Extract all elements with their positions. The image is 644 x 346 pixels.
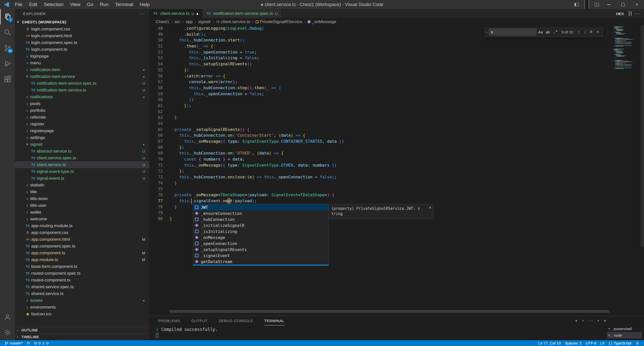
- editor-tab[interactable]: TSclient.service.tsU●: [149, 9, 202, 18]
- menu-selection[interactable]: Selection: [41, 0, 67, 9]
- suggest-item[interactable]: JWT: [193, 204, 329, 210]
- line-number[interactable]: 76: [149, 192, 170, 198]
- explorer-item[interactable]: TSsignal-event-type.tsU: [15, 168, 149, 175]
- panel-tab-terminal[interactable]: TERMINAL: [264, 316, 284, 325]
- account-icon[interactable]: [0, 309, 15, 325]
- explorer-more-actions-icon[interactable]: ···: [139, 11, 145, 16]
- code-line[interactable]: 76 private _onMessage<TDataShape>(payloa…: [149, 192, 614, 198]
- code-line[interactable]: 62: [149, 109, 614, 115]
- code-line[interactable]: 63 }: [149, 115, 614, 121]
- menu-run[interactable]: Run: [97, 0, 112, 9]
- explorer-item[interactable]: TSapp.module.tsM: [15, 256, 149, 263]
- line-number[interactable]: 67: [149, 138, 170, 144]
- line-number[interactable]: 68: [149, 144, 170, 151]
- suggest-item[interactable]: _isInitializing: [193, 228, 329, 234]
- menu-view[interactable]: View: [67, 0, 84, 9]
- panel-tab-debug-console[interactable]: DEBUG CONSOLE: [219, 316, 253, 325]
- match-case-toggle[interactable]: Aa: [537, 30, 544, 34]
- line-number[interactable]: 55: [149, 67, 170, 73]
- language-mode-indicator[interactable]: { }TypeScript: [607, 340, 633, 346]
- run-debug-icon[interactable]: [0, 56, 15, 71]
- customize-layout-icon[interactable]: [592, 0, 602, 9]
- code-line[interactable]: 53 this._isInitializing = false;: [149, 55, 614, 61]
- explorer-item[interactable]: TSrouted-component.spec.ts: [15, 270, 149, 277]
- line-number[interactable]: 51: [149, 43, 170, 49]
- explorer-item[interactable]: TSshared.service.spec.ts: [15, 283, 149, 290]
- problems-indicator[interactable]: ⊘0 ⚠0: [32, 340, 51, 346]
- explorer-folder[interactable]: ˅signalr●: [15, 141, 149, 148]
- find-input[interactable]: x: [489, 28, 537, 36]
- explorer-item[interactable]: TSapp.component.spec.ts: [15, 243, 149, 250]
- code-line[interactable]: 50 this._hubConnection.start(): [149, 37, 614, 43]
- sync-button[interactable]: ↻: [25, 340, 32, 346]
- split-editor-icon[interactable]: [629, 11, 629, 16]
- explorer-view-icon[interactable]: 1: [0, 9, 15, 25]
- explorer-item[interactable]: TSnotification-item-service.spec.tsU: [15, 80, 149, 87]
- line-number[interactable]: 52: [149, 49, 170, 55]
- line-number[interactable]: 57: [149, 79, 170, 85]
- code-line[interactable]: 72 }): [149, 168, 614, 174]
- timeline-section-header[interactable]: › TIMELINE: [15, 333, 149, 340]
- horizontal-scrollbar[interactable]: [170, 310, 609, 313]
- explorer-folder[interactable]: ›portfolio: [15, 107, 149, 114]
- explorer-folder[interactable]: ›registerpage: [15, 127, 149, 134]
- code-line[interactable]: 52 this._openConnection = true;: [149, 49, 614, 55]
- breadcrumb-item[interactable]: signalr: [198, 19, 211, 24]
- encoding-indicator[interactable]: UTF-8: [584, 340, 598, 346]
- explorer-folder[interactable]: ›menu: [15, 60, 149, 66]
- explorer-item[interactable]: TSnotification-item-service.tsU: [15, 87, 149, 93]
- suggest-item[interactable]: _setupSignalREvents: [193, 246, 329, 253]
- explorer-item[interactable]: <>app.component.htmlM: [15, 236, 149, 243]
- search-icon[interactable]: [0, 25, 15, 40]
- code-line[interactable]: 67 this._onMessage({ type: SignalEventTy…: [149, 138, 614, 144]
- code-line[interactable]: 58 this._hubConnection.stop().then(_ => …: [149, 85, 614, 91]
- explorer-folder[interactable]: ›title: [15, 188, 149, 195]
- breadcrumb-item[interactable]: app: [186, 19, 193, 24]
- toggle-panel-icon[interactable]: [582, 0, 592, 9]
- menu-edit[interactable]: Edit: [26, 0, 41, 9]
- explorer-folder[interactable]: ›loginpage: [15, 53, 149, 60]
- explorer-folder[interactable]: ›title-user: [15, 202, 149, 209]
- code-line[interactable]: 54 this._setupSignalREvents(): [149, 61, 614, 67]
- explorer-folder[interactable]: ›settings: [15, 134, 149, 141]
- regex-toggle[interactable]: .*: [551, 30, 559, 34]
- code-line[interactable]: 73 this._hubConnection.onclose((e) => th…: [149, 174, 614, 180]
- explorer-item[interactable]: TSapp.component.tsM: [15, 250, 149, 256]
- line-number[interactable]: 53: [149, 55, 170, 61]
- workspace-section-header[interactable]: ˅ CHEST1 (WORKSPACE): [15, 18, 149, 26]
- code-line[interactable]: 75: [149, 186, 614, 192]
- hex-editor-button[interactable]: HEX: [616, 12, 624, 16]
- minimap[interactable]: [614, 26, 640, 71]
- code-line[interactable]: 69 this._hubConnection.on('OTHER', (data…: [149, 150, 614, 156]
- terminal-dropdown-icon[interactable]: ˅: [582, 319, 584, 323]
- line-number[interactable]: 64: [149, 121, 170, 127]
- code-line[interactable]: 64: [149, 121, 614, 127]
- explorer-item[interactable]: TSabstract-service.tsU: [15, 148, 149, 155]
- vertical-scrollbar[interactable]: [641, 25, 644, 246]
- line-number[interactable]: 73: [149, 174, 170, 180]
- line-number[interactable]: 69: [149, 150, 170, 156]
- breadcrumb-item[interactable]: Chest1: [156, 19, 169, 24]
- explorer-item[interactable]: TSapp-routing.module.ts: [15, 222, 149, 229]
- outline-section-header[interactable]: › OUTLINE: [15, 327, 149, 333]
- eol-indicator[interactable]: LF: [598, 340, 607, 346]
- close-find-icon[interactable]: ×: [594, 29, 601, 34]
- explorer-folder[interactable]: ›title-anon: [15, 195, 149, 202]
- line-number[interactable]: 63: [149, 115, 170, 121]
- explorer-item[interactable]: ★favicon.ico: [15, 311, 149, 317]
- code-line[interactable]: 56 .catch(error => {: [149, 73, 614, 79]
- suggest-item[interactable]: _initializeSignalR: [193, 222, 329, 228]
- explorer-folder[interactable]: ›notification-item●: [15, 66, 149, 73]
- suggest-item[interactable]: _ensureConnection: [193, 210, 329, 216]
- terminal-instance[interactable]: >_node: [607, 332, 642, 338]
- code-line[interactable]: 59 this._openConnection = false;: [149, 91, 614, 97]
- explorer-folder[interactable]: ›statistic: [15, 182, 149, 188]
- line-number[interactable]: 60: [149, 97, 170, 103]
- code-line[interactable]: 65 private _setupSignalREvents() {: [149, 127, 614, 133]
- breadcrumb-item[interactable]: _onMessage: [308, 19, 336, 24]
- git-branch-indicator[interactable]: master*: [3, 340, 25, 346]
- code-line[interactable]: 71 this._onMessage({ type: SignalEventTy…: [149, 162, 614, 168]
- whole-word-toggle[interactable]: ab: [544, 30, 552, 34]
- line-number[interactable]: 74: [149, 180, 170, 186]
- indentation-indicator[interactable]: Spaces: 2: [563, 340, 584, 346]
